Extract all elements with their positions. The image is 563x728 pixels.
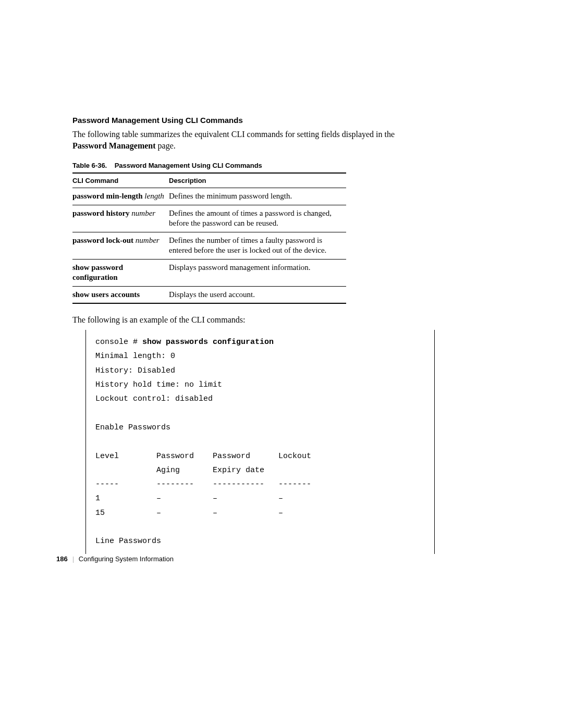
intro-line1: The following table summarizes the equiv… — [72, 130, 395, 139]
cli-desc: Defines the amount of times a password i… — [169, 205, 346, 232]
cli-cmd: password min-length — [72, 192, 143, 200]
table-row: show password configuration Displays pas… — [72, 259, 346, 286]
cli-body: Minimal length: 0 History: Disabled Hist… — [95, 352, 311, 546]
cli-desc: Defines the number of times a faulty pas… — [169, 232, 346, 259]
intro-bold-term: Password Management — [72, 141, 156, 150]
cli-desc: Displays password management information… — [169, 259, 346, 286]
table-caption-prefix: Table 6-36. — [72, 162, 107, 169]
table-header-command: CLI Command — [72, 173, 169, 188]
table-caption-title: Password Management Using CLI Commands — [115, 162, 262, 169]
table-row: password lock-out number Defines the num… — [72, 232, 346, 259]
cli-commands-table: CLI Command Description password min-len… — [72, 172, 346, 304]
cli-arg: number — [136, 236, 160, 244]
cli-desc: Displays the userd account. — [169, 286, 346, 303]
cli-prompt: console # — [95, 338, 142, 347]
example-intro: The following is an example of the CLI c… — [72, 315, 489, 325]
intro-paragraph: The following table summarizes the equiv… — [72, 129, 489, 151]
cli-output-box: console # show passwords configuration M… — [85, 330, 435, 553]
footer-section: Configuring System Information — [79, 555, 174, 563]
cli-command: show passwords configuration — [142, 338, 274, 347]
table-header-description: Description — [169, 173, 346, 188]
table-caption: Table 6-36. Password Management Using CL… — [72, 162, 489, 169]
cli-cmd: show password configuration — [72, 263, 123, 282]
footer-divider: | — [72, 555, 74, 563]
cli-arg: number — [131, 209, 155, 217]
section-heading: Password Management Using CLI Commands — [72, 116, 489, 125]
page-number: 186 — [56, 555, 68, 563]
cli-arg: length — [144, 192, 164, 200]
intro-suffix: page. — [156, 141, 176, 150]
page-footer: 186 | Configuring System Information — [56, 555, 174, 563]
cli-desc: Defines the minimum password length. — [169, 188, 346, 205]
cli-cmd: password history — [72, 209, 130, 217]
table-row: password min-length length Defines the m… — [72, 188, 346, 205]
table-row: show users accounts Displays the userd a… — [72, 286, 346, 303]
table-row: password history number Defines the amou… — [72, 205, 346, 232]
cli-cmd: show users accounts — [72, 290, 140, 299]
cli-cmd: password lock-out — [72, 236, 133, 244]
